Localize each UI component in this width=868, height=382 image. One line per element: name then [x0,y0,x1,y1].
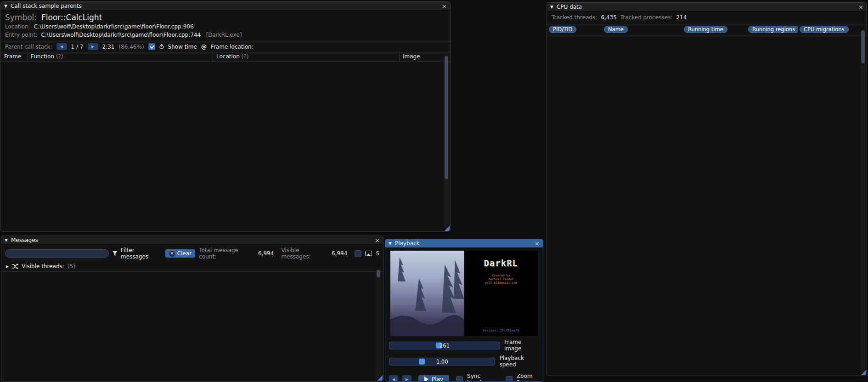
frame-image-forest [390,251,464,336]
game-version: Version: 15c455ae76 [483,329,519,332]
sync-timeline-checkbox[interactable] [456,376,463,382]
play-button[interactable]: Play [418,375,449,382]
parent-callstack-label: Parent call stack: [5,44,52,50]
frame-location-label: Frame location: [211,44,254,50]
location-value: C:\Users\wolf\Desktop\darkrl\src\game\fl… [34,23,194,30]
window-title: CPU data [557,4,582,10]
close-icon[interactable]: × [442,3,447,9]
col-name[interactable]: Name [604,26,628,33]
col-location[interactable]: Location (?) [213,52,400,62]
col-cpu-migrations[interactable]: CPU migrations [800,26,849,33]
cpu-table-header: PID/TID Name Running time Running region… [547,24,867,35]
cpu-window: ▼ CPU data × Tracked threads: 6,435 Trac… [547,2,867,376]
callstack-controls: Parent call stack: ◀ 1 / 7 ▶ 2:31 (86.46… [1,41,450,52]
next-frame-button[interactable]: ▶ [402,375,411,382]
stack-time: 2:31 [102,44,115,50]
close-icon[interactable]: × [535,241,540,247]
resize-grip[interactable] [860,369,866,375]
collapse-icon[interactable]: ▼ [5,238,8,242]
col-running-regions[interactable]: Running regions [748,26,798,33]
playback-sliders: 261 Frame image 1.00 Playback speed [385,338,543,372]
filter-icon [113,251,117,256]
frame-image-menu: DarkRL Created by Bartosz Taudul wolf.pl… [464,251,538,336]
entry-point-label: Entry point: [5,32,37,38]
col-running-time[interactable]: Running time [684,26,727,33]
col-frame[interactable]: Frame [1,52,28,62]
clear-x-icon: ✕ [169,251,175,257]
playback-frame-image: DarkRL Created by Bartosz Taudul wolf.pl… [390,251,538,336]
close-icon[interactable]: × [858,4,863,10]
tracked-processes-label: Tracked processes: [620,14,673,21]
tracked-threads-value: 6,435 [601,14,616,21]
col-pid-tid[interactable]: PID/TID [549,26,576,33]
entry-image: [DarkRL.exe] [206,32,242,38]
callstack-titlebar[interactable]: ▼ Call stack sample parents × [1,2,450,11]
prev-frame-button[interactable]: ◀ [389,375,398,382]
symbol-info: Symbol:Floor::CalcLight Location:C:\User… [1,11,450,41]
playback-buttons: ◀ ▶ Play Sync timeline Zoom 2× [385,372,543,382]
window-title: Messages [11,237,38,243]
show-time-checkbox[interactable] [148,43,155,50]
image-icon [365,251,372,256]
window-title: Call stack sample parents [11,3,82,9]
col-function[interactable]: Function (?) [28,52,213,62]
collapse-icon[interactable]: ▼ [550,5,553,9]
tracked-processes-value: 214 [676,14,687,21]
messages-titlebar[interactable]: ▼ Messages × [1,236,383,245]
stopwatch-icon [159,44,164,50]
images-checkbox[interactable] [355,250,361,257]
cpu-summary: Tracked threads: 6,435 Tracked processes… [547,11,867,24]
total-count: 6,994 [258,250,274,257]
callstack-scrollbar[interactable] [444,56,449,229]
tracked-threads-label: Tracked threads: [552,14,597,21]
next-stack-button[interactable]: ▶ [88,43,98,50]
desktop: ▼ Call stack sample parents × Symbol:Flo… [0,0,868,382]
resize-grip[interactable] [444,225,450,231]
filter-input[interactable] [5,249,109,258]
messages-filter-row: Filter messages ✕Clear Total message cou… [1,245,383,262]
zoom-2x-checkbox[interactable] [506,376,513,382]
entry-point-value: C:\Users\wolf\Desktop\darkrl\src\game\fl… [41,32,201,38]
symbol-label: Symbol: [5,13,37,22]
messages-window: ▼ Messages × Filter messages ✕Clear Tota… [1,236,383,382]
collapse-icon[interactable]: ▼ [4,4,7,8]
images-label: S [376,250,379,257]
playback-speed-slider-label: Playback speed [499,355,539,368]
callstack-table: Frame Function (?) Location (?) Image [1,52,450,62]
symbol-name: Floor::CalcLight [41,13,102,22]
clear-button[interactable]: ✕Clear [165,249,195,258]
stack-time-pct: (86.46%) [118,44,144,50]
frame-image-slider[interactable]: 261 [389,342,500,349]
collapse-icon[interactable]: ▼ [389,241,392,246]
at-icon: @ [201,44,207,50]
sync-timeline-label[interactable]: Sync timeline [467,373,500,382]
game-logo: DarkRL [484,258,518,268]
messages-scrollbar[interactable] [376,268,381,377]
resize-grip[interactable] [377,375,383,381]
playback-window: ▼ Playback × [385,239,543,382]
location-label: Location: [5,23,30,30]
cpu-scrollbar[interactable] [861,30,865,373]
game-credits: Created by Bartosz Taudul wolf.pld@gmail… [485,274,517,285]
messages-list [2,266,370,379]
stack-page: 1 / 7 [71,44,84,50]
playback-speed-slider[interactable]: 1.00 [389,358,495,365]
show-time-label[interactable]: Show time [168,44,197,50]
visible-count-label: Visible messages: [281,247,328,260]
prev-stack-button[interactable]: ◀ [56,43,67,50]
callstack-table-header: Frame Function (?) Location (?) Image [1,52,450,62]
cpu-titlebar[interactable]: ▼ CPU data × [547,3,867,11]
frame-image-slider-label: Frame image [504,339,539,352]
zoom-2x-label[interactable]: Zoom 2× [517,373,539,382]
visible-count: 6,994 [332,250,347,257]
col-image[interactable]: Image [400,52,450,62]
play-icon [424,376,428,382]
total-count-label: Total message count: [199,247,254,260]
callstack-window: ▼ Call stack sample parents × Symbol:Flo… [0,1,451,232]
close-icon[interactable]: × [375,237,380,243]
playback-titlebar[interactable]: ▼ Playback × [385,239,543,248]
filter-label: Filter messages [121,247,162,260]
window-title: Playback [395,240,420,247]
